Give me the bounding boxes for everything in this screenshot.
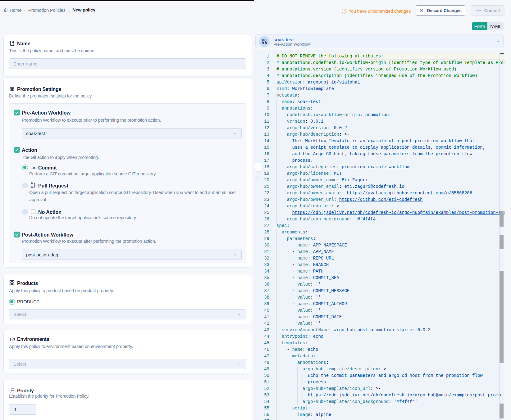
svg-text:3: 3 (10, 391, 11, 393)
